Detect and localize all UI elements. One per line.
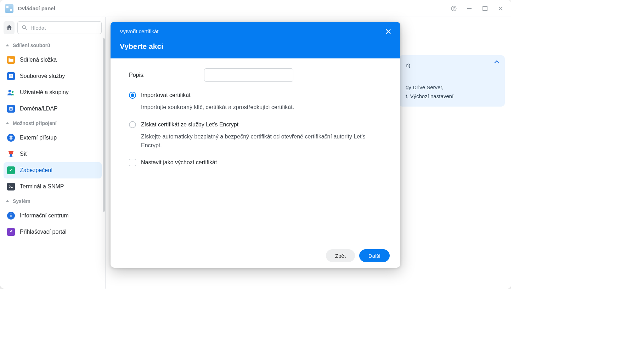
sidebar-item-domain-ldap[interactable]: Doména/LDAP [4,101,102,117]
file-services-icon [7,72,15,80]
svg-rect-2 [467,8,472,9]
search-icon [21,24,28,31]
sidebar-item-network[interactable]: Síť [4,146,102,162]
globe-icon [7,134,15,142]
sidebar-item-label: Terminál a SNMP [20,183,64,190]
network-icon [7,150,15,158]
default-cert-checkbox-row[interactable]: Nastavit jako výchozí certifikát [129,159,382,166]
back-button[interactable]: Zpět [326,249,355,262]
description-input[interactable] [204,68,293,82]
maximize-icon[interactable] [479,3,491,14]
sidebar-item-label: Externí přístup [20,135,57,141]
dialog-body: Popis: Importovat certifikát Importujte … [111,58,400,244]
sidebar-item-label: Přihlašovací portál [20,229,67,235]
terminal-icon [7,183,15,190]
sidebar-item-label: Sdílená složka [20,57,57,63]
radio-lets-encrypt[interactable]: Získat certifikát ze služby Let's Encryp… [129,121,382,128]
checkbox-label: Nastavit jako výchozí certifikát [141,159,217,166]
svg-point-1 [453,10,454,10]
titlebar: Ovládací panel [0,0,511,17]
radio-icon[interactable] [129,121,136,128]
svg-point-15 [11,214,12,215]
svg-rect-11 [10,154,12,157]
dialog-footer: Zpět Další [111,244,400,268]
search-input[interactable] [30,25,98,31]
close-icon[interactable] [495,3,506,14]
dialog-title: Vyberte akci [120,42,391,51]
chevron-up-icon [6,200,9,202]
svg-point-6 [9,90,11,92]
sidebar: Sdílení souborů Sdílená složka Souborové… [0,17,106,289]
sidebar-item-label: Souborové služby [20,73,65,79]
search-box[interactable] [17,21,102,34]
svg-rect-17 [9,230,13,234]
svg-point-7 [12,91,13,92]
card-text-3: t, Výchozí nastavení [406,92,498,101]
portal-icon [7,228,15,236]
folder-icon [7,56,15,64]
card-text-1: n) [406,61,498,70]
sidebar-item-info-center[interactable]: Informační centrum [4,207,102,224]
radio-import-certificate[interactable]: Importovat certifikát [129,92,382,99]
sidebar-item-login-portal[interactable]: Přihlašovací portál [4,224,102,240]
chevron-up-icon [6,122,9,124]
svg-rect-3 [483,6,487,11]
sidebar-item-users-groups[interactable]: Uživatelé a skupiny [4,84,102,101]
chevron-up-icon [6,44,9,46]
home-button[interactable] [4,21,15,34]
chevron-up-icon[interactable] [494,60,499,64]
svg-rect-16 [11,215,12,217]
sidebar-item-security[interactable]: Zabezpečení [4,162,102,178]
card-text-2: gy Drive Server, [406,83,498,92]
checkbox[interactable] [129,159,136,166]
radio-label: Získat certifikát ze služby Let's Encryp… [141,121,238,128]
minimize-icon[interactable] [464,3,475,14]
sidebar-scrollbar[interactable] [103,38,105,212]
create-certificate-dialog: Vytvořit certifikát Vyberte akci Popis: … [111,22,400,268]
svg-rect-12 [9,157,13,157]
users-icon [7,89,15,96]
next-button[interactable]: Další [359,249,390,262]
domain-icon [7,105,15,113]
sidebar-item-label: Informační centrum [20,212,69,219]
help-icon[interactable] [448,3,459,14]
dialog-breadcrumb: Vytvořit certifikát [120,28,158,34]
sidebar-item-label: Doména/LDAP [20,106,58,112]
sidebar-item-label: Zabezpečení [20,167,53,174]
svg-point-4 [22,25,26,29]
section-system[interactable]: Systém [4,195,102,207]
control-panel-window: Ovládací panel [0,0,511,289]
sidebar-item-external-access[interactable]: Externí přístup [4,130,102,146]
shield-icon [7,166,15,174]
svg-point-10 [9,135,14,141]
radio-icon[interactable] [129,92,136,99]
info-icon [7,212,15,220]
app-icon [5,4,13,13]
sidebar-item-label: Uživatelé a skupiny [20,89,69,96]
svg-point-9 [10,108,12,109]
section-label: Sdílení souborů [13,42,50,48]
section-label: Možnosti připojení [13,120,57,126]
radio-label: Importovat certifikát [141,92,191,98]
sidebar-item-shared-folder[interactable]: Sdílená složka [4,52,102,68]
radio-lets-encrypt-desc: Získejte automaticky bezplatný a bezpečn… [141,132,382,150]
sidebar-item-terminal-snmp[interactable]: Terminál a SNMP [4,178,102,195]
svg-rect-13 [8,184,14,189]
dialog-header: Vytvořit certifikát Vyberte akci [111,22,400,58]
section-label: Systém [13,198,30,204]
sidebar-item-file-services[interactable]: Souborové služby [4,68,102,84]
close-icon[interactable] [385,29,391,34]
certificate-card[interactable]: n) gy Drive Server, t, Výchozí nastavení [399,55,505,107]
section-file-sharing[interactable]: Sdílení souborů [4,39,102,52]
window-title: Ovládací panel [18,5,55,11]
description-label: Popis: [129,72,196,78]
sidebar-item-label: Síť [20,151,27,157]
section-connectivity[interactable]: Možnosti připojení [4,117,102,130]
radio-import-desc: Importujte soukromý klíč, certifikát a z… [141,103,382,112]
